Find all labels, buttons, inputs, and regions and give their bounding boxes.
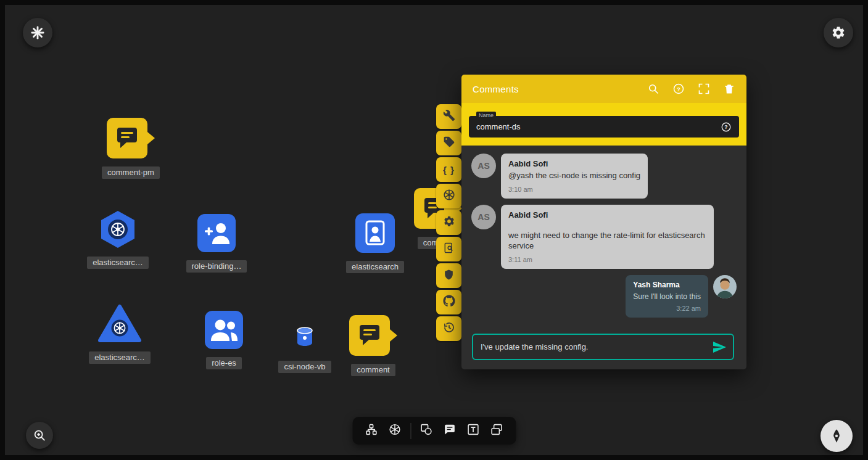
text-dock-button[interactable] bbox=[461, 417, 485, 445]
message-time: 3:10 am bbox=[508, 186, 640, 193]
avatar: AS bbox=[471, 205, 496, 229]
role-binding-icon bbox=[197, 214, 236, 252]
tag-tool-button[interactable] bbox=[436, 131, 461, 155]
history-tool-button[interactable] bbox=[436, 316, 461, 341]
shapes-dock-button[interactable] bbox=[415, 417, 438, 445]
comment-compose-row bbox=[472, 334, 734, 360]
settings-tool-button[interactable] bbox=[436, 210, 461, 235]
gear-icon bbox=[831, 25, 846, 40]
node-elasticsearch-triangle[interactable]: elasticsearc… bbox=[76, 304, 163, 364]
node-comment-pm[interactable]: comment-pm bbox=[88, 118, 174, 179]
node-label: elasticsearc… bbox=[89, 351, 151, 364]
user-photo-avatar bbox=[713, 275, 737, 298]
message-bubble: Aabid Sofi we might need to change the r… bbox=[501, 205, 714, 269]
search-icon[interactable] bbox=[647, 83, 659, 95]
node-action-toolbar: { } bbox=[436, 104, 461, 341]
kubernetes-dock-button[interactable] bbox=[383, 417, 407, 445]
message-author: Yash Sharma bbox=[633, 281, 701, 289]
comment-dock-button[interactable] bbox=[438, 417, 461, 445]
github-tool-button[interactable] bbox=[436, 290, 461, 314]
shield-icon bbox=[443, 269, 455, 283]
name-field-label: Name bbox=[476, 112, 496, 119]
message-time: 3:22 am bbox=[633, 305, 701, 312]
message-author: Aabid Sofi bbox=[508, 210, 706, 220]
avatar: AS bbox=[471, 154, 496, 178]
node-label: comment-pm bbox=[102, 166, 160, 179]
media-dock-button[interactable] bbox=[485, 417, 508, 445]
node-label: role-binding… bbox=[186, 260, 247, 273]
settings-button[interactable] bbox=[824, 18, 853, 47]
message-time: 3:11 am bbox=[508, 256, 706, 263]
document-search-icon bbox=[443, 242, 455, 257]
gear-icon bbox=[443, 215, 455, 230]
comment-name-input[interactable] bbox=[476, 122, 721, 131]
tag-icon bbox=[443, 136, 455, 150]
message-author: Aabid Sofi bbox=[508, 159, 640, 168]
zoom-in-button[interactable] bbox=[26, 422, 53, 449]
node-comment[interactable]: comment bbox=[330, 315, 416, 376]
components-dock-button[interactable] bbox=[360, 417, 383, 445]
panel-title: Comments bbox=[473, 84, 519, 94]
whiteboard-pen-button[interactable] bbox=[820, 420, 853, 452]
shapes-icon bbox=[420, 423, 433, 438]
pen-nib-icon bbox=[829, 428, 845, 444]
send-icon[interactable] bbox=[712, 340, 727, 355]
history-clock-icon bbox=[443, 321, 455, 336]
app-logo-button[interactable] bbox=[23, 18, 52, 47]
comment-name-section: Name ? bbox=[461, 103, 746, 146]
role-icon bbox=[205, 311, 243, 349]
svg-text:?: ? bbox=[677, 86, 680, 92]
braces-icon: { } bbox=[443, 165, 455, 175]
zoom-in-icon bbox=[33, 429, 46, 442]
kanvas-logo-icon bbox=[30, 25, 46, 41]
design-canvas[interactable]: comment-pm elasticsearc… bbox=[0, 0, 868, 460]
node-label: elasticsearc… bbox=[87, 257, 149, 269]
node-label: elasticsearch bbox=[346, 261, 404, 273]
inspect-tool-button[interactable] bbox=[436, 237, 461, 261]
text-icon bbox=[467, 423, 480, 438]
comment-thread: AS Aabid Sofi @yash the csi-node is miss… bbox=[461, 146, 746, 318]
wrench-icon bbox=[443, 109, 455, 124]
kubernetes-hexagon-icon bbox=[100, 210, 136, 248]
policy-tool-button[interactable] bbox=[436, 263, 461, 288]
node-label: comment bbox=[351, 364, 395, 376]
comment-message: AS Aabid Sofi @yash the csi-node is miss… bbox=[471, 154, 737, 199]
field-help-icon[interactable]: ? bbox=[721, 121, 732, 133]
configure-tool-button[interactable] bbox=[436, 104, 461, 129]
kubernetes-wheel-icon bbox=[442, 188, 456, 204]
github-icon bbox=[443, 295, 455, 310]
kubernetes-wheel-icon bbox=[389, 423, 402, 438]
hierarchy-icon bbox=[365, 423, 378, 438]
kubernetes-triangle-icon bbox=[97, 304, 142, 343]
delete-icon[interactable] bbox=[723, 83, 735, 95]
node-role-es[interactable]: role-es bbox=[181, 311, 267, 369]
dock-divider bbox=[410, 423, 411, 439]
svg-text:?: ? bbox=[724, 124, 727, 130]
json-config-tool-button[interactable]: { } bbox=[436, 157, 461, 182]
storage-cylinder-icon bbox=[296, 326, 314, 347]
comment-compose-input[interactable] bbox=[481, 342, 712, 351]
help-icon[interactable]: ? bbox=[672, 83, 685, 95]
comment-name-field[interactable]: Name ? bbox=[469, 116, 739, 138]
node-label: csi-node-vb bbox=[278, 361, 331, 373]
node-role-binding[interactable]: role-binding… bbox=[173, 214, 260, 273]
node-label: role-es bbox=[206, 357, 242, 369]
expand-icon[interactable] bbox=[698, 83, 710, 95]
media-icon bbox=[490, 423, 503, 438]
comment-node-icon bbox=[349, 315, 397, 356]
comments-panel-header[interactable]: Comments ? bbox=[461, 75, 746, 103]
message-text: @yash the csi-node is missing config bbox=[508, 170, 640, 181]
comment-node-icon bbox=[107, 118, 155, 158]
comment-message: AS Aabid Sofi we might need to change th… bbox=[471, 205, 737, 269]
comment-bubble-icon bbox=[444, 423, 457, 438]
node-elasticsearch-hexagon[interactable]: elasticsearc… bbox=[75, 210, 161, 269]
message-text: Sure I'll look into this bbox=[633, 292, 701, 302]
comments-panel: Comments ? Name ? bbox=[461, 75, 746, 369]
kubernetes-tool-button[interactable] bbox=[436, 184, 461, 208]
tools-dock bbox=[352, 417, 516, 445]
panel-actions: ? bbox=[647, 83, 735, 95]
message-text: we might need to change the rate-limit f… bbox=[508, 230, 706, 252]
message-bubble: Yash Sharma Sure I'll look into this 3:2… bbox=[626, 275, 708, 318]
comment-message: Yash Sharma Sure I'll look into this 3:2… bbox=[471, 275, 737, 318]
message-bubble: Aabid Sofi @yash the csi-node is missing… bbox=[501, 154, 648, 199]
